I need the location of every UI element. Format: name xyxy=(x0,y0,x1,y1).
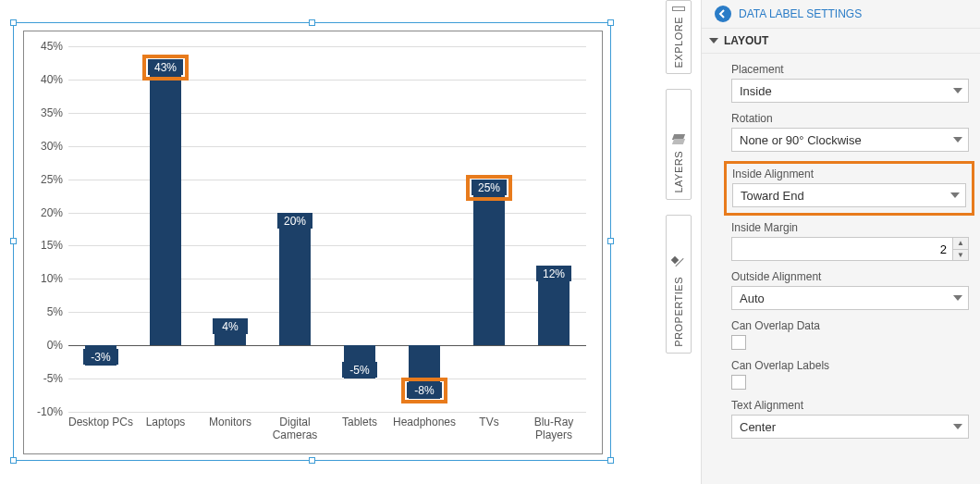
field-label: Can Overlap Data xyxy=(731,319,969,332)
y-tick-label: 10% xyxy=(26,272,68,285)
highlighted-setting: Inside Alignment Toward End xyxy=(724,161,974,216)
y-tick-label: 35% xyxy=(26,106,68,119)
dropdown-value: Inside xyxy=(740,84,772,98)
field-can-overlap-labels: Can Overlap Labels xyxy=(731,359,969,390)
resize-handle-top-left[interactable] xyxy=(10,19,17,26)
field-placement: Placement Inside xyxy=(731,63,969,103)
can-overlap-data-checkbox[interactable] xyxy=(731,335,746,350)
y-tick-label: 30% xyxy=(26,140,68,153)
data-label: 25% xyxy=(472,180,507,195)
data-label: -3% xyxy=(83,349,118,365)
x-tick-label: Blu-Ray Players xyxy=(521,412,587,441)
resize-handle-mid-right[interactable] xyxy=(607,238,614,244)
panel-back-header[interactable]: DATA LABEL SETTINGS xyxy=(702,0,980,28)
side-tab-label: PROPERTIES xyxy=(673,277,684,347)
field-inside-margin: Inside Margin ▲ ▼ xyxy=(731,221,969,261)
dropdown-value: None or 90° Clockwise xyxy=(740,133,862,147)
x-tick-label: Monitors xyxy=(197,412,263,428)
rotation-dropdown[interactable]: None or 90° Clockwise xyxy=(731,128,969,152)
side-tab-explore[interactable]: EXPLORE xyxy=(666,0,692,74)
x-tick-label: TVs xyxy=(456,412,522,428)
side-tab-label: LAYERS xyxy=(673,151,684,193)
chevron-down-icon xyxy=(953,295,962,301)
data-label: 20% xyxy=(277,213,312,229)
field-label: Inside Margin xyxy=(731,221,969,234)
x-tick-label: Digital Cameras xyxy=(262,412,328,441)
y-tick-label: 15% xyxy=(26,239,68,252)
field-label: Inside Alignment xyxy=(732,168,966,180)
data-label: -5% xyxy=(342,362,377,378)
side-tab-label: EXPLORE xyxy=(673,17,684,68)
section-layout-header[interactable]: LAYOUT xyxy=(702,28,980,54)
y-tick-label: 40% xyxy=(26,73,68,86)
resize-handle-top-mid[interactable] xyxy=(309,19,315,26)
inside-margin-stepper[interactable]: ▲ ▼ xyxy=(731,237,969,261)
y-tick-label: 45% xyxy=(26,40,68,53)
x-tick-label: Laptops xyxy=(132,412,199,428)
field-rotation: Rotation None or 90° Clockwise xyxy=(731,112,969,152)
x-tick-label: Headphones xyxy=(391,412,458,428)
resize-handle-mid-left[interactable] xyxy=(10,238,17,244)
bar[interactable] xyxy=(150,59,181,345)
placement-dropdown[interactable]: Inside xyxy=(731,79,969,103)
field-inside-alignment: Inside Alignment Toward End xyxy=(732,168,966,207)
plot-area: -10%-5%0%5%10%15%20%25%30%35%40%45%-3%De… xyxy=(68,46,586,412)
field-label: Outside Alignment xyxy=(731,270,969,283)
side-tab-properties[interactable]: PROPERTIES xyxy=(666,215,692,354)
resize-handle-bottom-mid[interactable] xyxy=(309,457,315,464)
data-label: 12% xyxy=(536,266,571,281)
chart-canvas[interactable]: -10%-5%0%5%10%15%20%25%30%35%40%45%-3%De… xyxy=(23,31,603,454)
properties-icon xyxy=(672,254,685,271)
resize-handle-bottom-right[interactable] xyxy=(607,457,614,464)
y-tick-label: 25% xyxy=(26,173,68,186)
properties-panel: DATA LABEL SETTINGS LAYOUT Placement Ins… xyxy=(701,0,980,484)
field-label: Can Overlap Labels xyxy=(731,359,969,372)
explore-icon xyxy=(672,6,685,11)
stepper-up[interactable]: ▲ xyxy=(953,238,968,250)
chevron-down-icon xyxy=(953,88,962,93)
dropdown-value: Auto xyxy=(740,292,765,305)
can-overlap-labels-checkbox[interactable] xyxy=(731,375,746,390)
inside-margin-input[interactable] xyxy=(731,237,952,261)
field-label: Text Alignment xyxy=(731,399,969,412)
field-label: Rotation xyxy=(731,112,969,125)
field-can-overlap-data: Can Overlap Data xyxy=(731,319,969,350)
y-tick-label: 20% xyxy=(26,206,68,219)
y-tick-label: 5% xyxy=(26,305,68,318)
dropdown-value: Toward End xyxy=(741,189,804,203)
bar[interactable] xyxy=(473,180,505,346)
text-alignment-dropdown[interactable]: Center xyxy=(731,415,969,439)
stepper-down[interactable]: ▼ xyxy=(953,250,968,261)
chevron-down-icon xyxy=(953,137,962,143)
field-text-alignment: Text Alignment Center xyxy=(731,399,969,439)
chart-selection-frame[interactable]: -10%-5%0%5%10%15%20%25%30%35%40%45%-3%De… xyxy=(13,22,611,461)
chevron-down-icon xyxy=(950,192,960,198)
dropdown-value: Center xyxy=(740,420,776,434)
x-tick-label: Tablets xyxy=(326,412,393,428)
field-outside-alignment: Outside Alignment Auto xyxy=(731,270,969,310)
data-label: -8% xyxy=(407,382,442,398)
y-tick-label: 0% xyxy=(26,339,68,352)
chevron-down-icon xyxy=(953,424,962,429)
data-label: 4% xyxy=(213,318,248,334)
layers-icon xyxy=(672,132,685,145)
data-label: 43% xyxy=(148,59,183,75)
side-tab-layers[interactable]: LAYERS xyxy=(666,89,692,200)
chevron-down-icon xyxy=(709,38,718,43)
inside-alignment-dropdown[interactable]: Toward End xyxy=(732,183,966,207)
bar[interactable] xyxy=(279,213,311,346)
field-label: Placement xyxy=(731,63,969,76)
section-title: LAYOUT xyxy=(724,34,768,47)
outside-alignment-dropdown[interactable]: Auto xyxy=(731,286,969,310)
panel-title: DATA LABEL SETTINGS xyxy=(739,7,862,20)
y-tick-label: -10% xyxy=(26,405,68,418)
back-arrow-icon xyxy=(715,6,731,22)
y-tick-label: -5% xyxy=(26,372,68,385)
resize-handle-top-right[interactable] xyxy=(607,19,614,26)
x-tick-label: Desktop PCs xyxy=(67,412,134,428)
resize-handle-bottom-left[interactable] xyxy=(10,457,17,464)
